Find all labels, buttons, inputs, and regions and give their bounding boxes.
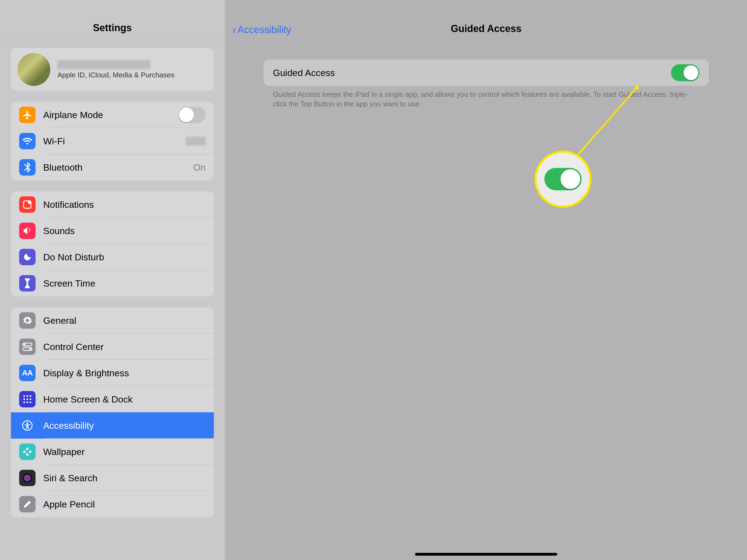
callout-toggle-icon	[544, 168, 582, 190]
detail-header: ‹ Accessibility Guided Access	[225, 0, 747, 40]
sidebar-item-label: Do Not Disturb	[43, 252, 206, 262]
svg-rect-15	[24, 402, 25, 403]
detail-title: Guided Access	[451, 23, 522, 34]
sidebar-item-label: Control Center	[43, 341, 206, 352]
profile-group[interactable]: Apple ID, iCloud, Media & Purchases	[11, 48, 214, 91]
airplane-toggle-off[interactable]	[178, 107, 206, 123]
sidebar-item-wifi[interactable]: Wi-Fi	[11, 128, 214, 154]
svg-point-19	[27, 422, 28, 424]
detail-pane: ‹ Accessibility Guided Access Guided Acc…	[225, 0, 747, 560]
svg-point-24	[26, 451, 28, 453]
hourglass-icon	[19, 275, 35, 291]
sidebar-item-screentime[interactable]: Screen Time	[11, 270, 214, 297]
svg-rect-16	[27, 402, 28, 403]
bluetooth-icon	[19, 159, 35, 176]
sidebar-item-display[interactable]: AA Display & Brightness	[11, 360, 214, 386]
guided-access-group: Guided Access	[264, 59, 709, 86]
chevron-left-icon: ‹	[233, 26, 236, 33]
sidebar-item-wallpaper[interactable]: Wallpaper	[11, 439, 214, 465]
moon-icon	[19, 249, 35, 265]
sidebar-item-label: Wi-Fi	[43, 136, 178, 147]
svg-point-8	[29, 348, 31, 350]
svg-rect-9	[24, 396, 25, 397]
group-notifications: Notifications Sounds Do Not Disturb Scre…	[11, 192, 214, 297]
sidebar-item-label: Notifications	[43, 199, 206, 210]
profile-name-redacted	[57, 60, 150, 69]
guided-access-row[interactable]: Guided Access	[264, 59, 709, 86]
sidebar-item-bluetooth[interactable]: Bluetooth On	[11, 154, 214, 180]
sidebar-item-label: Sounds	[43, 226, 206, 236]
svg-point-23	[29, 451, 31, 453]
bluetooth-value: On	[193, 162, 206, 173]
home-indicator	[415, 553, 557, 556]
sidebar-item-label: Home Screen & Dock	[43, 394, 206, 405]
wifi-settings-icon	[19, 133, 35, 149]
sidebar-item-general[interactable]: General	[11, 307, 214, 334]
sidebar-item-label: Bluetooth	[43, 162, 186, 173]
sidebar-item-siri[interactable]: Siri & Search	[11, 465, 214, 491]
sidebar-item-label: Wallpaper	[43, 447, 206, 457]
avatar	[18, 53, 50, 86]
guided-access-footer: Guided Access keeps the iPad in a single…	[264, 86, 709, 109]
svg-rect-10	[27, 396, 28, 397]
gear-icon	[19, 312, 35, 329]
svg-rect-12	[24, 399, 25, 400]
svg-rect-11	[30, 396, 31, 397]
sidebar-item-controlcenter[interactable]: Control Center	[11, 334, 214, 360]
profile-subtitle: Apple ID, iCloud, Media & Purchases	[57, 71, 175, 79]
sidebar-item-label: General	[43, 315, 206, 326]
sidebar: Settings Apple ID, iCloud, Media & Purch…	[0, 0, 225, 560]
group-general: General Control Center AA Display & Brig…	[11, 307, 214, 517]
switches-icon	[19, 338, 35, 355]
back-label: Accessibility	[238, 24, 291, 35]
sidebar-item-label: Accessibility	[43, 420, 206, 431]
flower-icon	[19, 443, 35, 460]
svg-point-22	[23, 451, 26, 453]
sidebar-item-label: Siri & Search	[43, 473, 206, 483]
wifi-value-redacted	[186, 137, 206, 146]
guided-access-toggle[interactable]	[671, 64, 699, 81]
sidebar-item-label: Display & Brightness	[43, 368, 206, 378]
svg-rect-13	[27, 399, 28, 400]
guided-access-label: Guided Access	[273, 68, 671, 78]
sidebar-item-dnd[interactable]: Do Not Disturb	[11, 244, 214, 270]
toggle-callout	[534, 150, 592, 208]
sidebar-item-label: Screen Time	[43, 278, 206, 289]
sidebar-item-sounds[interactable]: Sounds	[11, 218, 214, 244]
page-title: Settings	[93, 22, 132, 34]
sidebar-item-applepencil[interactable]: Apple Pencil	[11, 491, 214, 517]
sidebar-item-accessibility[interactable]: Accessibility	[11, 412, 214, 439]
back-button[interactable]: ‹ Accessibility	[232, 24, 291, 35]
sidebar-item-notifications[interactable]: Notifications	[11, 192, 214, 218]
sidebar-item-airplane[interactable]: Airplane Mode	[11, 102, 214, 128]
siri-icon	[19, 470, 35, 486]
pencil-icon	[19, 496, 35, 512]
notifications-icon	[19, 196, 35, 213]
accessibility-icon	[19, 417, 35, 434]
svg-point-20	[26, 448, 29, 450]
sidebar-header: Settings	[0, 0, 225, 40]
svg-point-21	[26, 453, 29, 456]
svg-rect-17	[30, 402, 31, 403]
group-connectivity: Airplane Mode Wi-Fi Bluetooth On	[11, 102, 214, 180]
sounds-icon	[19, 223, 35, 239]
sidebar-item-label: Airplane Mode	[43, 110, 171, 120]
svg-rect-14	[30, 399, 31, 400]
svg-point-6	[24, 343, 25, 345]
svg-point-4	[28, 200, 32, 204]
grid-icon	[19, 391, 35, 407]
sidebar-item-homescreen[interactable]: Home Screen & Dock	[11, 386, 214, 412]
sidebar-item-label: Apple Pencil	[43, 499, 206, 510]
text-size-icon: AA	[19, 365, 35, 381]
airplane-icon	[19, 107, 35, 123]
